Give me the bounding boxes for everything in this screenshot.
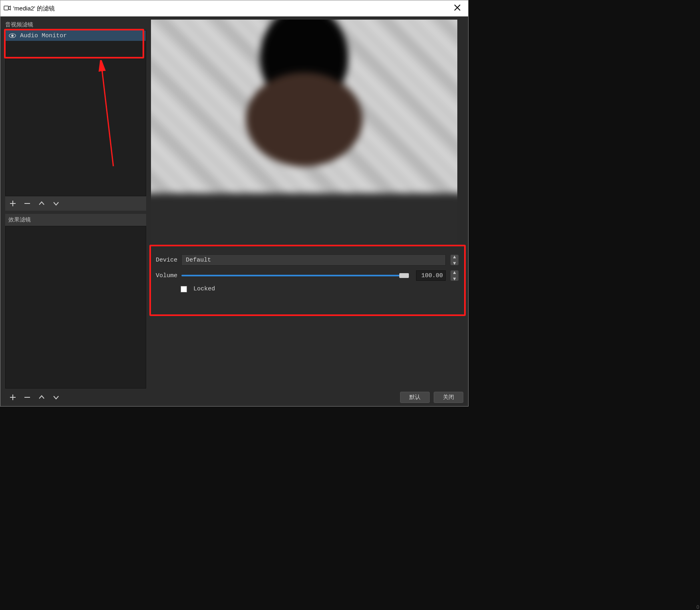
av-filters-label: 音视频滤镜 bbox=[5, 20, 146, 30]
effect-filter-list[interactable] bbox=[5, 226, 146, 389]
av-filter-list[interactable]: Audio Monitor bbox=[5, 30, 146, 196]
device-value: Default bbox=[186, 257, 211, 264]
window-title: 'media2' 的滤镜 bbox=[13, 5, 55, 12]
remove-filter-button[interactable] bbox=[22, 198, 32, 209]
volume-label: Volume bbox=[156, 272, 178, 279]
locked-checkbox[interactable] bbox=[181, 286, 187, 292]
add-effect-button[interactable] bbox=[8, 392, 18, 403]
move-effect-down[interactable] bbox=[51, 392, 61, 403]
device-label: Device bbox=[156, 257, 178, 264]
svg-rect-0 bbox=[4, 6, 8, 10]
svg-point-2 bbox=[11, 34, 14, 37]
device-dropdown-arrows[interactable]: ▲▼ bbox=[451, 255, 459, 265]
eye-icon[interactable] bbox=[9, 33, 16, 38]
move-effect-up[interactable] bbox=[36, 392, 47, 403]
close-dialog-button[interactable]: 关闭 bbox=[434, 392, 463, 403]
title-bar: 'media2' 的滤镜 bbox=[0, 0, 468, 16]
device-dropdown[interactable]: Default bbox=[181, 254, 446, 266]
locked-label: Locked bbox=[193, 286, 215, 292]
volume-value-input[interactable]: 100.00 bbox=[416, 270, 446, 281]
defaults-button[interactable]: 默认 bbox=[400, 392, 430, 403]
slider-thumb[interactable] bbox=[399, 273, 409, 278]
volume-slider[interactable] bbox=[181, 275, 409, 276]
filter-name: Audio Monitor bbox=[20, 32, 67, 39]
add-filter-button[interactable] bbox=[8, 198, 18, 209]
move-up-button[interactable] bbox=[36, 198, 47, 209]
preview-area bbox=[151, 20, 457, 244]
webcam-icon bbox=[4, 5, 11, 12]
volume-spinner[interactable]: ▲▼ bbox=[451, 270, 459, 281]
av-filter-toolbar bbox=[5, 196, 146, 211]
effect-filters-label: 效果滤镜 bbox=[5, 214, 146, 226]
filter-item[interactable]: Audio Monitor bbox=[6, 30, 146, 41]
filter-properties-panel: Device Default ▲▼ Volume 100.00 bbox=[151, 246, 463, 316]
close-button[interactable] bbox=[450, 2, 465, 15]
move-down-button[interactable] bbox=[51, 198, 61, 209]
remove-effect-button[interactable] bbox=[22, 392, 32, 403]
